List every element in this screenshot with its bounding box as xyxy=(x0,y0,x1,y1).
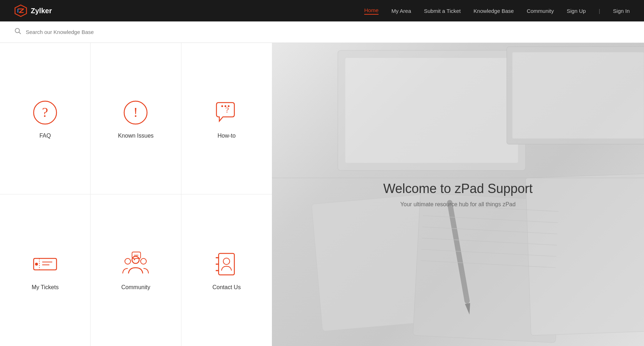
nav-home[interactable]: Home xyxy=(364,7,379,15)
nav-community[interactable]: Community xyxy=(527,8,554,14)
svg-point-15 xyxy=(132,256,139,263)
community-icon xyxy=(121,250,150,278)
grid-cell-community[interactable]: Community xyxy=(91,194,181,346)
search-bar xyxy=(0,21,644,43)
grid-cell-known-issues[interactable]: ! Known Issues xyxy=(91,43,181,194)
brand-logo[interactable]: Zylker xyxy=(14,4,52,17)
nav-sign-in[interactable]: Sign In xyxy=(613,8,630,14)
svg-point-19 xyxy=(136,255,137,256)
known-issues-icon: ! xyxy=(121,98,150,127)
svg-marker-0 xyxy=(15,5,26,16)
svg-rect-32 xyxy=(526,173,644,335)
how-to-label: How-to xyxy=(218,133,236,139)
category-grid: ? FAQ ! Known Issues ? How-to xyxy=(0,43,272,346)
how-to-icon: ? xyxy=(212,98,241,127)
svg-point-9 xyxy=(225,105,226,107)
faq-label: FAQ xyxy=(39,133,51,139)
svg-point-8 xyxy=(221,105,223,107)
navbar: Zylker Home My Area Submit a Ticket Know… xyxy=(0,0,644,21)
svg-point-10 xyxy=(228,105,230,107)
nav-my-area[interactable]: My Area xyxy=(391,8,411,14)
contact-us-icon xyxy=(212,250,241,278)
search-icon xyxy=(14,28,21,36)
svg-rect-27 xyxy=(345,58,518,163)
faq-icon: ? xyxy=(31,98,59,127)
hero-background: Welcome to zPad Support Your ultimate re… xyxy=(272,43,644,346)
svg-text:?: ? xyxy=(42,105,48,120)
svg-point-1 xyxy=(15,29,20,33)
nav-knowledge-base[interactable]: Knowledge Base xyxy=(474,8,514,14)
nav-submit-ticket[interactable]: Submit a Ticket xyxy=(424,8,461,14)
svg-point-17 xyxy=(141,258,146,264)
my-tickets-icon xyxy=(31,250,59,278)
contact-us-label: Contact Us xyxy=(213,284,241,291)
svg-point-18 xyxy=(135,255,136,256)
svg-line-2 xyxy=(19,32,21,34)
search-input[interactable] xyxy=(26,29,169,35)
svg-point-20 xyxy=(137,255,138,256)
hero-text: Welcome to zPad Support Your ultimate re… xyxy=(383,181,533,208)
main-layout: ? FAQ ! Known Issues ? How-to xyxy=(0,43,644,346)
svg-point-16 xyxy=(125,258,131,264)
grid-cell-how-to[interactable]: ? How-to xyxy=(181,43,272,194)
hero-title: Welcome to zPad Support xyxy=(383,181,533,196)
zylker-logo-icon xyxy=(14,4,27,17)
hero-subtitle: Your ultimate resource hub for all thing… xyxy=(383,201,533,208)
grid-cell-faq[interactable]: ? FAQ xyxy=(0,43,91,194)
svg-point-14 xyxy=(35,263,38,266)
known-issues-label: Known Issues xyxy=(118,133,154,139)
nav-sign-up[interactable]: Sign Up xyxy=(567,8,586,14)
my-tickets-label: My Tickets xyxy=(31,284,59,291)
hero-panel: Welcome to zPad Support Your ultimate re… xyxy=(272,43,644,346)
nav-divider: | xyxy=(599,8,600,14)
grid-cell-my-tickets[interactable]: My Tickets xyxy=(0,194,91,346)
brand-name: Zylker xyxy=(31,7,52,15)
svg-rect-29 xyxy=(512,52,644,138)
grid-cell-contact-us[interactable]: Contact Us xyxy=(181,194,272,346)
svg-text:!: ! xyxy=(133,105,138,120)
community-label: Community xyxy=(121,284,150,291)
nav-links: Home My Area Submit a Ticket Knowledge B… xyxy=(364,7,630,15)
svg-point-25 xyxy=(223,258,230,265)
